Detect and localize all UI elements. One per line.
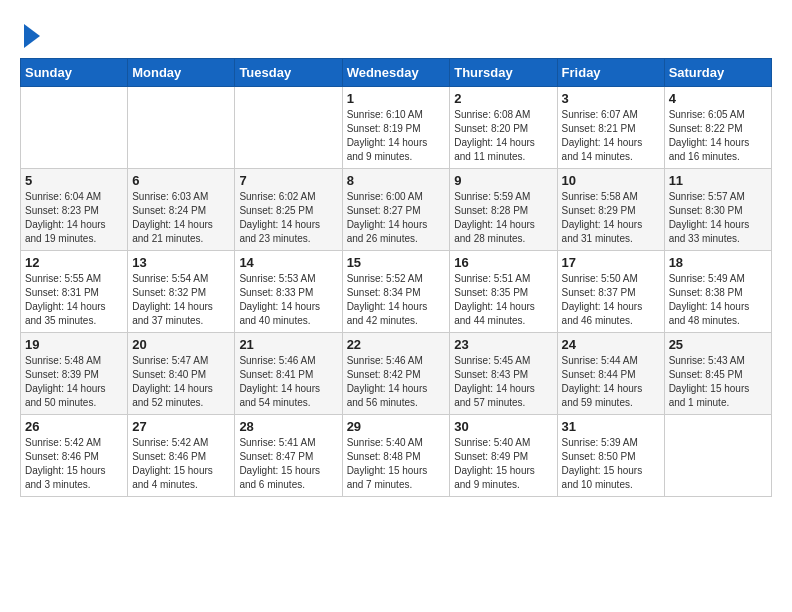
cell-sunrise: Sunrise: 6:10 AM	[347, 108, 446, 122]
calendar-cell	[21, 87, 128, 169]
cell-sunrise: Sunrise: 5:50 AM	[562, 272, 660, 286]
calendar-cell: 11 Sunrise: 5:57 AM Sunset: 8:30 PM Dayl…	[664, 169, 771, 251]
cell-daylight: Daylight: 14 hours and 37 minutes.	[132, 300, 230, 328]
calendar-cell: 17 Sunrise: 5:50 AM Sunset: 8:37 PM Dayl…	[557, 251, 664, 333]
cell-daylight: Daylight: 15 hours and 3 minutes.	[25, 464, 123, 492]
calendar-cell: 1 Sunrise: 6:10 AM Sunset: 8:19 PM Dayli…	[342, 87, 450, 169]
cell-date: 12	[25, 255, 123, 270]
calendar-cell: 14 Sunrise: 5:53 AM Sunset: 8:33 PM Dayl…	[235, 251, 342, 333]
cell-daylight: Daylight: 14 hours and 48 minutes.	[669, 300, 767, 328]
cell-date: 18	[669, 255, 767, 270]
calendar-header-row: SundayMondayTuesdayWednesdayThursdayFrid…	[21, 59, 772, 87]
cell-sunset: Sunset: 8:22 PM	[669, 122, 767, 136]
cell-sunrise: Sunrise: 5:49 AM	[669, 272, 767, 286]
cell-sunrise: Sunrise: 5:57 AM	[669, 190, 767, 204]
logo-arrow-icon	[24, 24, 40, 48]
cell-sunrise: Sunrise: 5:47 AM	[132, 354, 230, 368]
cell-date: 9	[454, 173, 552, 188]
calendar-cell: 26 Sunrise: 5:42 AM Sunset: 8:46 PM Dayl…	[21, 415, 128, 497]
calendar-cell: 19 Sunrise: 5:48 AM Sunset: 8:39 PM Dayl…	[21, 333, 128, 415]
cell-date: 22	[347, 337, 446, 352]
cell-sunrise: Sunrise: 6:07 AM	[562, 108, 660, 122]
cell-sunrise: Sunrise: 5:42 AM	[132, 436, 230, 450]
week-row-1: 1 Sunrise: 6:10 AM Sunset: 8:19 PM Dayli…	[21, 87, 772, 169]
cell-sunset: Sunset: 8:37 PM	[562, 286, 660, 300]
cell-date: 4	[669, 91, 767, 106]
cell-daylight: Daylight: 14 hours and 19 minutes.	[25, 218, 123, 246]
cell-sunset: Sunset: 8:46 PM	[25, 450, 123, 464]
cell-sunset: Sunset: 8:46 PM	[132, 450, 230, 464]
cell-date: 25	[669, 337, 767, 352]
cell-daylight: Daylight: 14 hours and 23 minutes.	[239, 218, 337, 246]
cell-date: 13	[132, 255, 230, 270]
column-header-tuesday: Tuesday	[235, 59, 342, 87]
calendar-cell: 22 Sunrise: 5:46 AM Sunset: 8:42 PM Dayl…	[342, 333, 450, 415]
page-header	[20, 20, 772, 48]
column-header-wednesday: Wednesday	[342, 59, 450, 87]
cell-daylight: Daylight: 14 hours and 42 minutes.	[347, 300, 446, 328]
cell-date: 11	[669, 173, 767, 188]
cell-date: 27	[132, 419, 230, 434]
column-header-monday: Monday	[128, 59, 235, 87]
cell-sunset: Sunset: 8:42 PM	[347, 368, 446, 382]
cell-daylight: Daylight: 14 hours and 59 minutes.	[562, 382, 660, 410]
cell-sunrise: Sunrise: 5:42 AM	[25, 436, 123, 450]
cell-sunset: Sunset: 8:38 PM	[669, 286, 767, 300]
cell-daylight: Daylight: 14 hours and 52 minutes.	[132, 382, 230, 410]
cell-daylight: Daylight: 14 hours and 31 minutes.	[562, 218, 660, 246]
cell-daylight: Daylight: 14 hours and 46 minutes.	[562, 300, 660, 328]
calendar-cell: 2 Sunrise: 6:08 AM Sunset: 8:20 PM Dayli…	[450, 87, 557, 169]
cell-sunset: Sunset: 8:29 PM	[562, 204, 660, 218]
cell-daylight: Daylight: 15 hours and 9 minutes.	[454, 464, 552, 492]
cell-sunset: Sunset: 8:27 PM	[347, 204, 446, 218]
calendar-cell: 6 Sunrise: 6:03 AM Sunset: 8:24 PM Dayli…	[128, 169, 235, 251]
cell-sunset: Sunset: 8:35 PM	[454, 286, 552, 300]
cell-sunset: Sunset: 8:23 PM	[25, 204, 123, 218]
cell-date: 3	[562, 91, 660, 106]
cell-daylight: Daylight: 14 hours and 21 minutes.	[132, 218, 230, 246]
cell-date: 2	[454, 91, 552, 106]
cell-sunset: Sunset: 8:21 PM	[562, 122, 660, 136]
cell-sunset: Sunset: 8:31 PM	[25, 286, 123, 300]
cell-date: 16	[454, 255, 552, 270]
cell-sunrise: Sunrise: 6:03 AM	[132, 190, 230, 204]
cell-daylight: Daylight: 14 hours and 50 minutes.	[25, 382, 123, 410]
cell-date: 31	[562, 419, 660, 434]
calendar-cell: 8 Sunrise: 6:00 AM Sunset: 8:27 PM Dayli…	[342, 169, 450, 251]
cell-sunset: Sunset: 8:47 PM	[239, 450, 337, 464]
calendar-cell: 18 Sunrise: 5:49 AM Sunset: 8:38 PM Dayl…	[664, 251, 771, 333]
cell-sunrise: Sunrise: 5:39 AM	[562, 436, 660, 450]
calendar-cell: 10 Sunrise: 5:58 AM Sunset: 8:29 PM Dayl…	[557, 169, 664, 251]
cell-date: 21	[239, 337, 337, 352]
column-header-thursday: Thursday	[450, 59, 557, 87]
cell-daylight: Daylight: 15 hours and 4 minutes.	[132, 464, 230, 492]
cell-date: 30	[454, 419, 552, 434]
cell-sunset: Sunset: 8:24 PM	[132, 204, 230, 218]
cell-daylight: Daylight: 15 hours and 1 minute.	[669, 382, 767, 410]
cell-daylight: Daylight: 14 hours and 33 minutes.	[669, 218, 767, 246]
cell-sunrise: Sunrise: 5:53 AM	[239, 272, 337, 286]
calendar-table: SundayMondayTuesdayWednesdayThursdayFrid…	[20, 58, 772, 497]
cell-date: 19	[25, 337, 123, 352]
cell-sunset: Sunset: 8:45 PM	[669, 368, 767, 382]
week-row-2: 5 Sunrise: 6:04 AM Sunset: 8:23 PM Dayli…	[21, 169, 772, 251]
calendar-cell: 24 Sunrise: 5:44 AM Sunset: 8:44 PM Dayl…	[557, 333, 664, 415]
cell-daylight: Daylight: 14 hours and 57 minutes.	[454, 382, 552, 410]
cell-daylight: Daylight: 14 hours and 54 minutes.	[239, 382, 337, 410]
cell-date: 5	[25, 173, 123, 188]
cell-sunset: Sunset: 8:48 PM	[347, 450, 446, 464]
week-row-4: 19 Sunrise: 5:48 AM Sunset: 8:39 PM Dayl…	[21, 333, 772, 415]
cell-sunset: Sunset: 8:30 PM	[669, 204, 767, 218]
calendar-cell: 28 Sunrise: 5:41 AM Sunset: 8:47 PM Dayl…	[235, 415, 342, 497]
calendar-cell: 25 Sunrise: 5:43 AM Sunset: 8:45 PM Dayl…	[664, 333, 771, 415]
calendar-cell	[235, 87, 342, 169]
cell-sunrise: Sunrise: 5:46 AM	[347, 354, 446, 368]
cell-sunset: Sunset: 8:34 PM	[347, 286, 446, 300]
cell-sunset: Sunset: 8:33 PM	[239, 286, 337, 300]
cell-sunrise: Sunrise: 5:45 AM	[454, 354, 552, 368]
cell-date: 6	[132, 173, 230, 188]
cell-date: 17	[562, 255, 660, 270]
cell-daylight: Daylight: 15 hours and 10 minutes.	[562, 464, 660, 492]
week-row-5: 26 Sunrise: 5:42 AM Sunset: 8:46 PM Dayl…	[21, 415, 772, 497]
cell-sunrise: Sunrise: 5:40 AM	[347, 436, 446, 450]
